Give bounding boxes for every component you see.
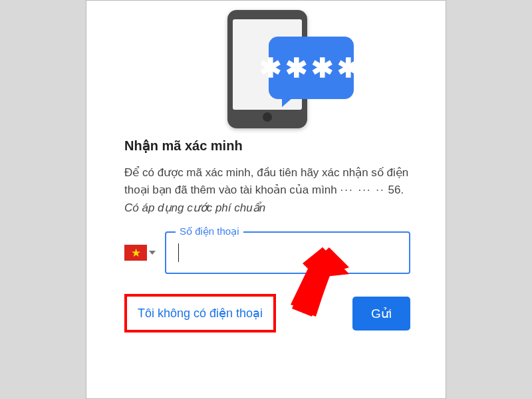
masked-number: ··· ··· ·· xyxy=(340,184,385,196)
verification-card: ✱✱✱✱ Nhận mã xác minh Để có được mã xác … xyxy=(104,1,430,351)
phone-input-label: Số điện thoại xyxy=(176,225,243,237)
phone-input-row: ★ Số điện thoại xyxy=(124,231,410,274)
dialog-frame: ✱✱✱✱ Nhận mã xác minh Để có được mã xác … xyxy=(86,0,446,399)
country-selector[interactable]: ★ xyxy=(124,245,156,261)
description-text: Để có được mã xác minh, đầu tiên hãy xác… xyxy=(124,164,410,217)
desc-prefix: 56. xyxy=(388,184,404,196)
hero-illustration: ✱✱✱✱ xyxy=(124,10,410,128)
highlight-box: Tôi không có điện thoại xyxy=(124,294,276,332)
no-phone-link[interactable]: Tôi không có điện thoại xyxy=(138,307,263,320)
desc-italic: Có áp dụng cước phí chuẩn xyxy=(124,201,265,214)
send-button[interactable]: Gửi xyxy=(352,297,410,331)
phone-input[interactable] xyxy=(179,246,398,260)
sms-bubble-icon: ✱✱✱✱ xyxy=(269,37,354,99)
footer-actions: Tôi không có điện thoại Gửi xyxy=(124,294,410,332)
flag-vietnam-icon: ★ xyxy=(124,245,147,261)
page-title: Nhận mã xác minh xyxy=(124,138,410,154)
bubble-stars: ✱✱✱✱ xyxy=(259,53,363,83)
phone-input-wrapper[interactable]: Số điện thoại xyxy=(165,231,410,274)
chevron-down-icon xyxy=(149,251,156,255)
